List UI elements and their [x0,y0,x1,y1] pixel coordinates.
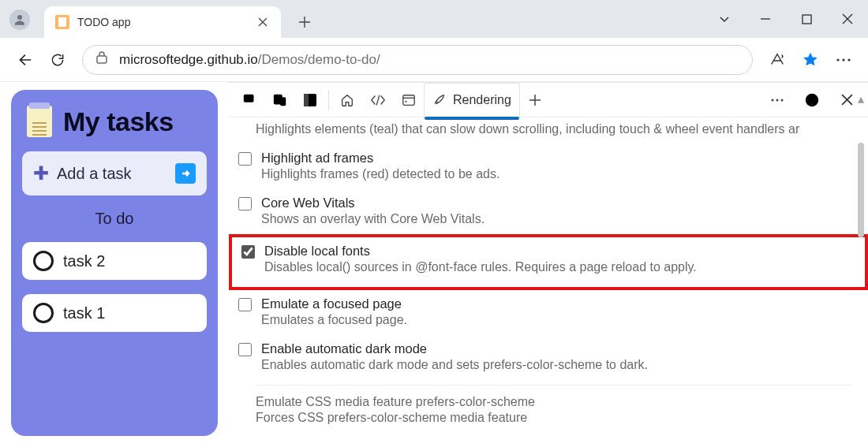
option-disable-local-fonts: Disable local fonts Disables local() sou… [232,237,865,282]
browser-tab[interactable]: TODO app [44,6,281,38]
tab-close-icon[interactable] [256,15,270,29]
tab-title: TODO app [77,16,130,28]
task-checkbox-icon[interactable] [33,251,54,271]
option-label: Emulate a focused page [261,296,407,311]
read-aloud-icon[interactable] [762,45,792,75]
checkbox[interactable] [238,298,252,311]
favorite-star-icon[interactable] [795,45,825,75]
svg-point-3 [836,58,839,61]
task-item[interactable]: task 1 [22,294,207,332]
plus-icon: ✚ [33,162,49,184]
option-enable-auto-dark-mode: Enable automatic dark mode Enables autom… [229,335,868,380]
emulate-prefers-color-scheme: Emulate CSS media feature prefers-color-… [229,390,868,433]
more-tabs-button[interactable] [520,85,550,115]
refresh-button[interactable] [43,45,73,75]
checkbox[interactable] [238,152,252,166]
rendering-panel: Highlights elements (teal) that can slow… [229,117,868,447]
browser-toolbar: microsoftedge.github.io/Demos/demo-to-do… [0,38,868,82]
svg-point-13 [772,99,774,101]
svg-point-5 [847,58,850,61]
window-maximize-button[interactable] [786,0,827,38]
notepad-icon [27,106,52,137]
option-highlight-ad-frames: Highlight ad frames Highlights frames (r… [229,144,868,189]
tab-actions-button[interactable] [704,0,745,38]
checkbox[interactable] [238,343,252,356]
svg-point-4 [842,58,844,61]
address-bar[interactable]: microsoftedge.github.io/Demos/demo-to-do… [82,45,753,75]
devtools-pane: Rendering Highlights elements (teal) tha… [229,82,868,447]
devtools-scrollbar[interactable]: ▴ [856,94,866,447]
devtools-menu-button[interactable] [762,85,792,115]
option-label: Disable local fonts [264,244,697,259]
checkbox[interactable] [241,245,255,259]
footer-label: Emulate CSS media feature prefers-color-… [256,395,852,409]
option-desc: Disables local() sources in @font-face r… [264,260,697,274]
tab-rendering[interactable]: Rendering [424,83,520,117]
app-title: My tasks [63,106,174,137]
truncated-description: Highlights elements (teal) that can slow… [229,121,868,144]
window-minimize-button[interactable] [745,0,786,38]
svg-rect-11 [403,95,414,105]
browser-titlebar: TODO app [0,0,868,38]
option-emulate-focused-page: Emulate a focused page Emulates a focuse… [229,290,868,335]
window-close-button[interactable] [827,0,868,38]
svg-rect-2 [97,56,107,63]
todo-app-card: My tasks ✚ Add a task To do task 2 task … [11,90,218,436]
new-tab-button[interactable] [292,9,317,35]
svg-point-15 [781,99,784,101]
site-lock-icon[interactable] [95,50,108,69]
scroll-thumb[interactable] [858,143,864,237]
tab-rendering-label: Rendering [453,93,511,107]
section-heading: To do [22,210,207,228]
tab-favicon [55,15,69,29]
checkbox[interactable] [238,197,252,210]
help-icon[interactable] [797,85,827,115]
highlighted-option-box: Disable local fonts Disables local() sou… [229,234,868,290]
option-desc: Shows an overlay with Core Web Vitals. [261,212,485,226]
svg-rect-1 [803,15,811,24]
profile-avatar[interactable] [9,9,30,30]
svg-point-12 [405,100,406,102]
window-controls [704,0,868,38]
add-task-label: Add a task [57,165,132,183]
task-label: task 2 [63,252,105,270]
option-label: Enable automatic dark mode [261,341,648,356]
devtools-tabbar: Rendering [229,83,868,117]
footer-desc: Forces CSS prefers-color-scheme media fe… [256,411,852,425]
device-emulation-icon[interactable] [265,85,295,115]
page-content: My tasks ✚ Add a task To do task 2 task … [0,82,229,447]
task-label: task 1 [63,304,105,322]
task-item[interactable]: task 2 [22,242,207,280]
back-button[interactable] [9,45,39,75]
option-label: Highlight ad frames [261,151,499,166]
option-core-web-vitals: Core Web Vitals Shows an overlay with Co… [229,189,868,234]
add-task-input[interactable]: ✚ Add a task [22,151,207,196]
divider [256,385,852,386]
svg-rect-10 [304,94,309,106]
tab-welcome[interactable] [332,83,362,117]
dock-side-icon[interactable] [295,85,325,115]
inspect-element-icon[interactable] [235,85,265,115]
svg-rect-6 [244,94,254,102]
option-label: Core Web Vitals [261,196,485,210]
option-desc: Highlights frames (red) detected to be a… [261,167,499,181]
tab-sources[interactable] [394,83,424,117]
svg-rect-8 [280,97,286,106]
option-desc: Enables automatic dark mode and sets pre… [261,358,648,372]
submit-task-button[interactable] [175,163,196,184]
task-checkbox-icon[interactable] [33,303,54,323]
tab-elements[interactable] [362,83,394,117]
option-desc: Emulates a focused page. [261,313,407,327]
svg-point-0 [17,15,22,20]
svg-point-17 [811,103,812,104]
browser-menu-button[interactable] [829,45,859,75]
address-text: microsoftedge.github.io/Demos/demo-to-do… [119,52,380,68]
svg-point-14 [776,99,779,101]
